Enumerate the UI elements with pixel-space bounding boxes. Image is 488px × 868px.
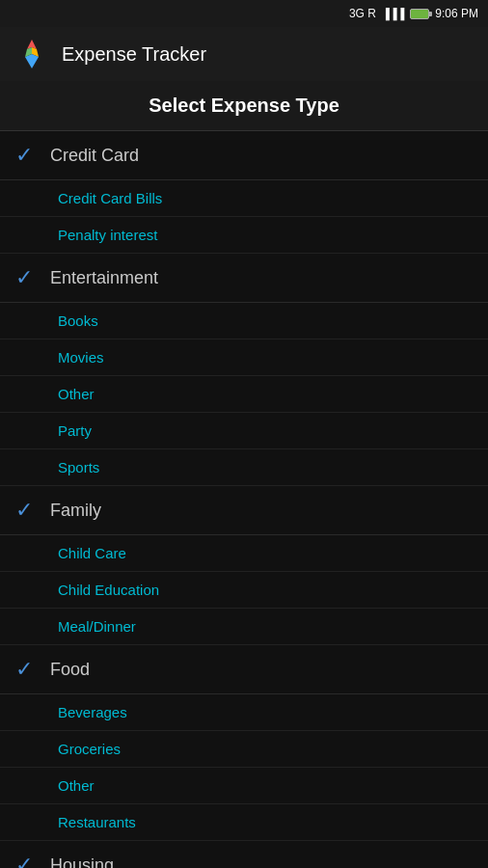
category-row-family[interactable]: ✓Family bbox=[0, 486, 488, 535]
check-icon-family: ✓ bbox=[15, 498, 50, 523]
category-row-entertainment[interactable]: ✓Entertainment bbox=[0, 254, 488, 303]
category-label-food: Food bbox=[50, 660, 90, 680]
sub-item-row-credit-card-1[interactable]: Penalty interest bbox=[0, 217, 488, 254]
sub-item-label-credit-card-0: Credit Card Bills bbox=[58, 190, 162, 206]
app-bar: Expense Tracker bbox=[0, 27, 488, 81]
app-title: Expense Tracker bbox=[62, 43, 206, 66]
sub-item-row-entertainment-4[interactable]: Sports bbox=[0, 449, 488, 486]
sub-item-row-food-2[interactable]: Other bbox=[0, 768, 488, 804]
sub-item-label-family-1: Child Education bbox=[58, 582, 159, 598]
svg-marker-2 bbox=[25, 54, 39, 68]
sub-item-row-family-0[interactable]: Child Care bbox=[0, 535, 488, 572]
sub-item-label-family-2: Meal/Dinner bbox=[58, 618, 136, 635]
page-title-bar: Select Expense Type bbox=[0, 81, 488, 131]
sub-item-row-food-3[interactable]: Restaurants bbox=[0, 804, 488, 841]
sub-item-row-credit-card-0[interactable]: Credit Card Bills bbox=[0, 180, 488, 217]
sub-item-row-entertainment-1[interactable]: Movies bbox=[0, 339, 488, 376]
sub-item-label-food-3: Restaurants bbox=[58, 814, 136, 830]
sub-item-row-family-1[interactable]: Child Education bbox=[0, 572, 488, 609]
battery-icon bbox=[410, 9, 429, 19]
sub-item-label-food-1: Groceries bbox=[58, 741, 121, 757]
sub-item-row-food-0[interactable]: Beverages bbox=[0, 694, 488, 731]
category-row-food[interactable]: ✓Food bbox=[0, 645, 488, 694]
expense-type-list: ✓Credit CardCredit Card BillsPenalty int… bbox=[0, 131, 488, 868]
category-label-family: Family bbox=[50, 501, 101, 521]
sub-item-label-food-0: Beverages bbox=[58, 704, 127, 720]
time-display: 9:06 PM bbox=[435, 7, 478, 20]
check-icon-food: ✓ bbox=[15, 657, 50, 682]
category-label-housing: Housing bbox=[50, 855, 114, 869]
app-logo-icon bbox=[15, 38, 48, 70]
signal-icon: ▐▐▐ bbox=[382, 8, 404, 19]
sub-item-label-entertainment-3: Party bbox=[58, 422, 92, 439]
check-icon-entertainment: ✓ bbox=[15, 265, 50, 290]
check-icon-credit-card: ✓ bbox=[15, 143, 50, 168]
sub-item-row-entertainment-3[interactable]: Party bbox=[0, 413, 488, 449]
sub-item-label-entertainment-4: Sports bbox=[58, 459, 99, 475]
sub-item-row-family-2[interactable]: Meal/Dinner bbox=[0, 609, 488, 645]
category-label-entertainment: Entertainment bbox=[50, 268, 158, 288]
page-title: Select Expense Type bbox=[149, 95, 339, 116]
sub-item-label-entertainment-2: Other bbox=[58, 386, 95, 402]
sub-item-label-food-2: Other bbox=[58, 777, 95, 794]
sub-item-row-food-1[interactable]: Groceries bbox=[0, 731, 488, 768]
sub-item-row-entertainment-2[interactable]: Other bbox=[0, 376, 488, 413]
sub-item-row-entertainment-0[interactable]: Books bbox=[0, 303, 488, 339]
category-row-credit-card[interactable]: ✓Credit Card bbox=[0, 131, 488, 180]
sub-item-label-credit-card-1: Penalty interest bbox=[58, 227, 157, 243]
check-icon-housing: ✓ bbox=[15, 853, 50, 868]
network-indicator: 3G R bbox=[349, 7, 376, 20]
category-label-credit-card: Credit Card bbox=[50, 146, 139, 166]
sub-item-label-entertainment-1: Movies bbox=[58, 349, 104, 366]
sub-item-label-family-0: Child Care bbox=[58, 545, 126, 561]
status-bar: 3G R ▐▐▐ 9:06 PM bbox=[0, 0, 488, 27]
category-row-housing[interactable]: ✓Housing bbox=[0, 841, 488, 868]
sub-item-label-entertainment-0: Books bbox=[58, 312, 98, 329]
